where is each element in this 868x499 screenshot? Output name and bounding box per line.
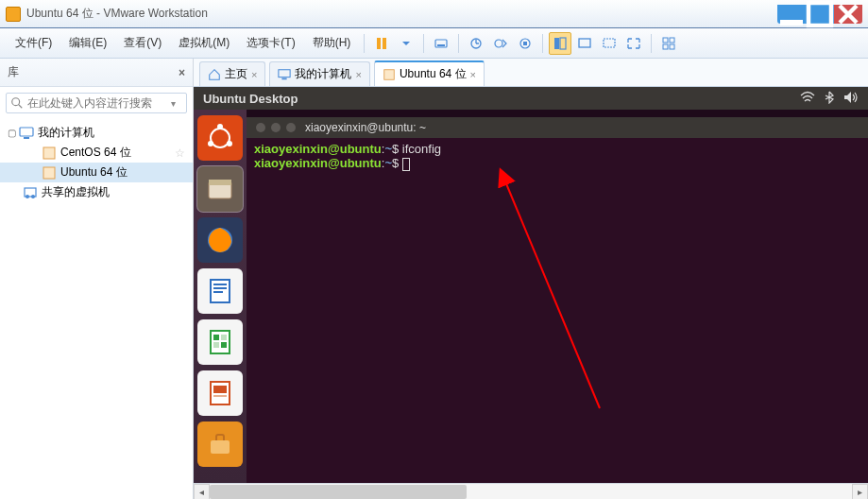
favorite-icon[interactable]: ☆ — [175, 146, 185, 160]
tree-vm-centos[interactable]: CentOS 64 位 ☆ — [0, 143, 193, 163]
tab-close-icon[interactable]: × — [470, 69, 476, 80]
svg-rect-38 — [213, 287, 227, 289]
impress-button[interactable] — [197, 370, 243, 416]
svg-point-29 — [211, 129, 230, 147]
svg-rect-41 — [213, 335, 219, 340]
svg-rect-12 — [579, 39, 590, 47]
scroll-left-button[interactable]: ◂ — [194, 484, 210, 500]
tree-vm-ubuntu[interactable]: Ubuntu 64 位 — [0, 163, 193, 182]
minimize-button[interactable] — [777, 5, 806, 24]
files-button[interactable] — [197, 166, 243, 212]
send-ctrl-alt-del-button[interactable] — [430, 32, 452, 55]
revert-snapshot-button[interactable] — [514, 32, 536, 55]
svg-rect-13 — [604, 39, 615, 47]
tab-home[interactable]: 主页 × — [199, 61, 265, 86]
wifi-icon[interactable] — [800, 91, 815, 107]
sidebar-search[interactable]: ▾ — [6, 93, 187, 113]
svg-rect-26 — [279, 69, 290, 77]
svg-rect-20 — [24, 137, 29, 139]
svg-rect-46 — [213, 386, 227, 393]
tab-computer[interactable]: 我的计算机 × — [269, 61, 369, 86]
writer-button[interactable] — [197, 268, 243, 314]
tab-label: 主页 — [225, 66, 247, 82]
term-close-icon[interactable] — [256, 123, 265, 132]
svg-rect-48 — [211, 440, 230, 454]
calc-button[interactable] — [197, 319, 243, 365]
tab-label: 我的计算机 — [295, 66, 351, 82]
tree-shared-vms[interactable]: 共享的虚拟机 — [0, 182, 193, 202]
scroll-track[interactable] — [210, 484, 852, 500]
term-min-icon[interactable] — [271, 123, 281, 132]
firefox-button[interactable] — [197, 217, 243, 263]
sidebar-close-button[interactable]: × — [179, 66, 185, 79]
horizontal-scrollbar[interactable]: ◂ ▸ — [194, 483, 868, 499]
software-button[interactable] — [197, 422, 243, 467]
svg-rect-39 — [213, 291, 223, 293]
library-tree: ▢ 我的计算机 CentOS 64 位 ☆ Ubuntu 64 位 共享的虚拟机 — [0, 119, 193, 499]
dash-button[interactable] — [197, 115, 243, 161]
svg-rect-14 — [663, 38, 668, 43]
maximize-button[interactable] — [806, 5, 834, 24]
vm-console[interactable]: Ubuntu Desktop — [194, 87, 868, 483]
shared-icon — [23, 185, 38, 200]
bluetooth-icon[interactable] — [825, 91, 834, 107]
scroll-right-button[interactable]: ▸ — [852, 484, 868, 500]
menu-view[interactable]: 查看(V) — [116, 31, 169, 55]
svg-rect-44 — [221, 342, 227, 348]
snapshot-manager-button[interactable] — [489, 32, 512, 55]
terminal-body[interactable]: xiaoyexinxin@ubuntu:~$ ifconfig xiaoyexi… — [247, 138, 868, 483]
library-sidebar: 库 × ▾ ▢ 我的计算机 CentOS 64 位 ☆ Ubuntu 64 位 — [0, 59, 194, 499]
volume-icon[interactable] — [843, 91, 859, 107]
tab-close-icon[interactable]: × — [355, 69, 361, 80]
tree-label: 共享的虚拟机 — [42, 184, 110, 200]
svg-rect-1 — [808, 3, 831, 26]
view-single-button[interactable] — [573, 32, 596, 55]
svg-rect-9 — [523, 42, 527, 45]
tab-ubuntu[interactable]: Ubuntu 64 位 × — [374, 60, 485, 86]
tree-label: 我的计算机 — [38, 125, 94, 141]
close-button[interactable] — [834, 5, 862, 24]
vm-icon — [42, 165, 57, 181]
expand-icon[interactable]: ▢ — [8, 128, 19, 138]
search-icon — [10, 96, 24, 110]
svg-rect-16 — [663, 44, 668, 49]
thumbnail-view-button[interactable] — [657, 32, 680, 55]
terminal-title: xiaoyexinxin@ubuntu: ~ — [305, 121, 426, 134]
power-dropdown[interactable] — [395, 32, 417, 55]
separator — [423, 34, 424, 53]
scroll-thumb[interactable] — [210, 485, 467, 499]
svg-rect-10 — [554, 38, 559, 49]
view-fullscreen-button[interactable] — [598, 32, 621, 55]
separator — [651, 34, 652, 53]
svg-rect-0 — [780, 20, 803, 26]
main-area: 主页 × 我的计算机 × Ubuntu 64 位 × Ubuntu Deskto… — [194, 59, 868, 499]
terminal-titlebar[interactable]: xiaoyexinxin@ubuntu: ~ — [247, 117, 868, 138]
vm-icon — [42, 146, 57, 161]
view-unity-button[interactable] — [622, 32, 645, 55]
snapshot-button[interactable] — [465, 32, 487, 55]
terminal-line: xiaoyexinxin@ubuntu:~$ ifconfig — [254, 142, 860, 156]
menu-help[interactable]: 帮助(H) — [305, 31, 359, 55]
menu-edit[interactable]: 编辑(E) — [61, 31, 114, 55]
tab-close-icon[interactable]: × — [251, 69, 257, 80]
search-input[interactable] — [27, 96, 171, 110]
svg-rect-43 — [213, 342, 219, 348]
window-titlebar: Ubuntu 64 位 - VMware Workstation — [0, 0, 868, 28]
menu-vm[interactable]: 虚拟机(M) — [171, 31, 237, 55]
separator — [542, 34, 543, 53]
menu-file[interactable]: 文件(F) — [8, 31, 60, 55]
term-max-icon[interactable] — [286, 123, 296, 132]
menu-tabs[interactable]: 选项卡(T) — [239, 31, 302, 55]
tree-my-computer[interactable]: ▢ 我的计算机 — [0, 123, 193, 143]
home-icon — [208, 68, 221, 81]
search-dropdown[interactable]: ▾ — [171, 98, 182, 109]
tree-label: CentOS 64 位 — [60, 145, 131, 161]
terminal-line: xiaoyexinxin@ubuntu:~$ — [254, 156, 860, 171]
separator — [458, 34, 459, 53]
pause-button[interactable] — [370, 32, 393, 55]
svg-rect-2 — [377, 38, 381, 49]
svg-point-32 — [208, 141, 213, 146]
view-console-button[interactable] — [549, 32, 571, 55]
tabstrip: 主页 × 我的计算机 × Ubuntu 64 位 × — [194, 59, 868, 87]
svg-point-7 — [495, 40, 502, 47]
